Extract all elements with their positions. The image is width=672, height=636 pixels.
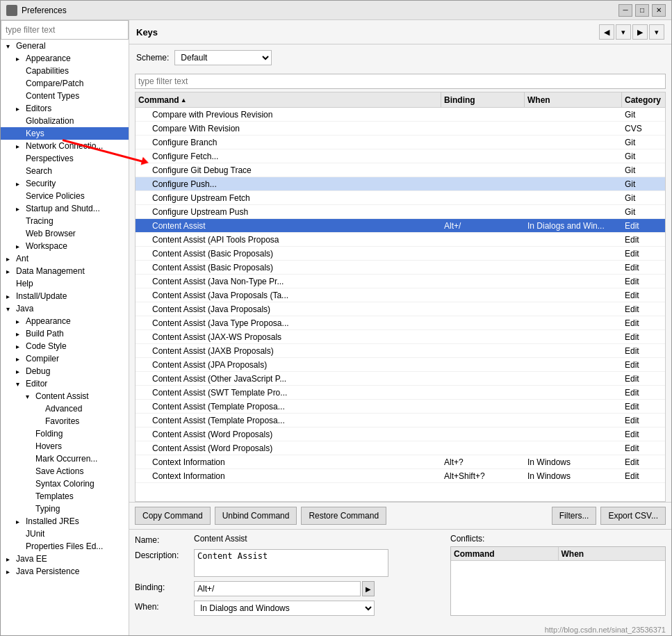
when-select[interactable]: In Dialogs and Windows <box>194 601 375 616</box>
tree-item-service-policies[interactable]: Service Policies <box>1 190 129 202</box>
tree-item-content-types[interactable]: Content Types <box>1 90 129 102</box>
expander-java-appearance[interactable]: ▸ <box>16 318 26 325</box>
column-binding[interactable]: Binding <box>441 92 525 107</box>
tree-item-security[interactable]: ▸Security <box>1 177 129 190</box>
tree-item-typing[interactable]: Typing <box>1 503 129 515</box>
tree-item-perspectives[interactable]: Perspectives <box>1 152 129 165</box>
tree-item-workspace[interactable]: ▸Workspace <box>1 240 129 252</box>
tree-item-network-connections[interactable]: ▸Network Connectio... <box>1 140 129 152</box>
expander-debug[interactable]: ▸ <box>16 368 26 375</box>
table-row[interactable]: Content Assist (Java Non-Type Pr...Edit <box>136 275 665 288</box>
left-filter-input[interactable] <box>1 20 129 40</box>
table-row[interactable]: Context InformationAlt+?In WindowsEdit <box>136 455 665 469</box>
tree-item-hovers[interactable]: Hovers <box>1 440 129 452</box>
table-row[interactable]: Context InformationAlt+Shift+?In Windows… <box>136 469 665 483</box>
tree-item-compiler[interactable]: ▸Compiler <box>1 352 129 365</box>
table-row[interactable]: Content Assist (Java Proposals)Edit <box>136 302 665 316</box>
table-row[interactable]: Content AssistAlt+/In Dialogs and Win...… <box>136 219 665 233</box>
tree-item-compare-patch[interactable]: Compare/Patch <box>1 77 129 90</box>
tree-item-data-management[interactable]: ▸Data Management <box>1 265 129 277</box>
export-csv-button[interactable]: Export CSV... <box>600 507 666 525</box>
copy-command-button[interactable]: Copy Command <box>135 507 211 525</box>
tree-item-mark-occurrences[interactable]: Mark Occurren... <box>1 452 129 465</box>
tree-item-help[interactable]: Help <box>1 277 129 290</box>
tree-item-install-update[interactable]: ▸Install/Update <box>1 290 129 302</box>
tree-item-editor[interactable]: ▾Editor <box>1 377 129 390</box>
expander-install-update[interactable]: ▸ <box>6 293 16 300</box>
expander-appearance[interactable]: ▸ <box>16 55 26 63</box>
tree-item-content-assist[interactable]: ▾Content Assist <box>1 390 129 402</box>
tree-item-capabilities[interactable]: Capabilities <box>1 65 129 77</box>
table-row[interactable]: Content Assist (Basic Proposals)Edit <box>136 247 665 261</box>
tree-item-globalization[interactable]: Globalization <box>1 115 129 127</box>
tree-item-tracing[interactable]: Tracing <box>1 215 129 227</box>
table-row[interactable]: Content Assist (Word Proposals)Edit <box>136 441 665 455</box>
table-row[interactable]: Content Assist (Template Proposa...Edit <box>136 400 665 414</box>
table-row[interactable]: Content Assist (JAXB Proposals)Edit <box>136 344 665 358</box>
nav-forward-dropdown-button[interactable]: ▾ <box>649 24 664 40</box>
tree-item-junit[interactable]: JUnit <box>1 528 129 540</box>
expander-java-persistence[interactable]: ▸ <box>6 568 16 576</box>
filters-button[interactable]: Filters... <box>552 507 597 525</box>
maximize-button[interactable]: □ <box>635 4 649 17</box>
tree-item-properties-files[interactable]: Properties Files Ed... <box>1 540 129 553</box>
tree-item-general[interactable]: ▾General <box>1 40 129 52</box>
restore-command-button[interactable]: Restore Command <box>301 507 386 525</box>
table-row[interactable]: Configure Push...Git <box>136 177 665 191</box>
expander-startup-shutdown[interactable]: ▸ <box>16 205 26 213</box>
column-command[interactable]: Command ▲ <box>136 92 441 107</box>
table-row[interactable]: Configure Upstream FetchGit <box>136 191 665 205</box>
table-row[interactable]: Content Assist (API Tools ProposaEdit <box>136 233 665 247</box>
tree-item-editors[interactable]: ▸Editors <box>1 102 129 115</box>
close-button[interactable]: ✕ <box>652 4 666 17</box>
table-row[interactable]: Content Assist (Java Proposals (Ta...Edi… <box>136 288 665 302</box>
expander-build-path[interactable]: ▸ <box>16 330 26 338</box>
table-row[interactable]: Configure Git Debug TraceGit <box>136 163 665 177</box>
binding-clear-button[interactable]: ▶ <box>362 581 375 596</box>
tree-item-favorites[interactable]: Favorites <box>1 415 129 427</box>
tree-item-appearance[interactable]: ▸Appearance <box>1 52 129 65</box>
minimize-button[interactable]: ─ <box>618 4 632 17</box>
tree-item-ant[interactable]: ▸Ant <box>1 252 129 265</box>
column-category[interactable]: Category <box>622 92 666 107</box>
expander-network-connections[interactable]: ▸ <box>16 142 26 150</box>
tree-item-debug[interactable]: ▸Debug <box>1 365 129 377</box>
table-row[interactable]: Content Assist (JAX-WS ProposalsEdit <box>136 330 665 344</box>
column-when[interactable]: When <box>525 92 622 107</box>
table-row[interactable]: Content Assist (Template Proposa...Edit <box>136 414 665 427</box>
expander-general[interactable]: ▾ <box>6 42 16 50</box>
tree-item-web-browser[interactable]: Web Browser <box>1 227 129 240</box>
tree-item-advanced[interactable]: Advanced <box>1 402 129 415</box>
table-row[interactable]: Configure Upstream PushGit <box>136 205 665 219</box>
table-filter-input[interactable] <box>135 74 666 89</box>
tree-item-save-actions[interactable]: Save Actions <box>1 465 129 478</box>
table-row[interactable]: Compare with Previous RevisionGit <box>136 108 665 122</box>
tree-item-syntax-coloring[interactable]: Syntax Coloring <box>1 478 129 490</box>
table-row[interactable]: Configure Fetch...Git <box>136 149 665 163</box>
tree-item-java[interactable]: ▾Java <box>1 302 129 315</box>
expander-code-style[interactable]: ▸ <box>16 343 26 350</box>
tree-item-java-persistence[interactable]: ▸Java Persistence <box>1 565 129 578</box>
table-row[interactable]: Content Assist (SWT Template Pro...Edit <box>136 386 665 400</box>
tree-item-java-appearance[interactable]: ▸Appearance <box>1 315 129 327</box>
tree-item-startup-shutdown[interactable]: ▸Startup and Shutd... <box>1 202 129 215</box>
expander-java-ee[interactable]: ▸ <box>6 555 16 563</box>
scheme-select[interactable]: Default <box>174 50 272 65</box>
table-row[interactable]: Content Assist (Basic Proposals)Edit <box>136 261 665 275</box>
expander-editor[interactable]: ▾ <box>16 380 26 388</box>
tree-item-code-style[interactable]: ▸Code Style <box>1 340 129 352</box>
tree-item-installed-jres[interactable]: ▸Installed JREs <box>1 515 129 528</box>
description-input[interactable] <box>194 549 388 577</box>
unbind-command-button[interactable]: Unbind Command <box>215 507 297 525</box>
nav-forward-button[interactable]: ▶ <box>632 24 648 40</box>
tree-item-templates[interactable]: Templates <box>1 490 129 503</box>
table-row[interactable]: Compare With RevisionCVS <box>136 122 665 136</box>
table-row[interactable]: Configure BranchGit <box>136 136 665 149</box>
expander-content-assist[interactable]: ▾ <box>26 393 35 400</box>
expander-ant[interactable]: ▸ <box>6 255 16 263</box>
tree-item-build-path[interactable]: ▸Build Path <box>1 327 129 340</box>
tree-item-java-ee[interactable]: ▸Java EE <box>1 553 129 565</box>
table-row[interactable]: Content Assist (Word Proposals)Edit <box>136 427 665 441</box>
tree-item-folding[interactable]: Folding <box>1 427 129 440</box>
table-row[interactable]: Content Assist (Java Type Proposa...Edit <box>136 316 665 330</box>
